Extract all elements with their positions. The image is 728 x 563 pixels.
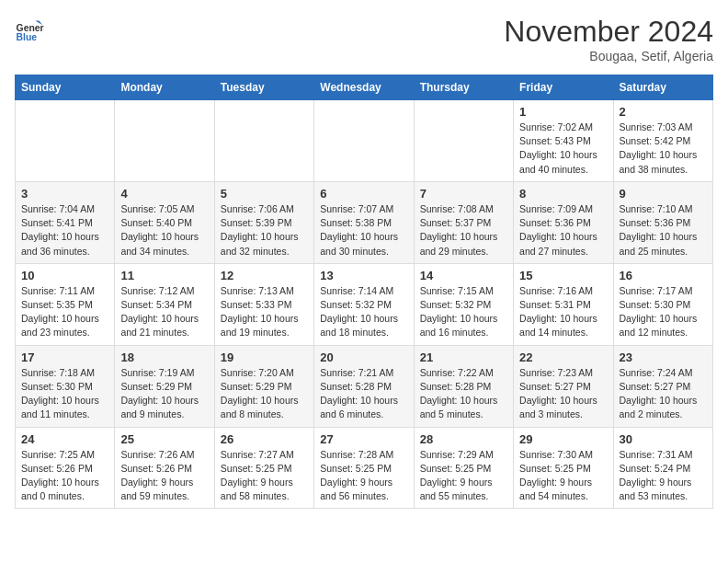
day-info: Sunrise: 7:07 AM Sunset: 5:38 PM Dayligh… (320, 202, 407, 259)
day-number: 7 (420, 187, 507, 201)
day-number: 23 (620, 350, 707, 364)
day-number: 17 (21, 350, 108, 364)
day-info: Sunrise: 7:18 AM Sunset: 5:30 PM Dayligh… (21, 366, 108, 422)
calendar-cell: 30Sunrise: 7:31 AM Sunset: 5:24 PM Dayli… (613, 427, 712, 509)
day-number: 3 (21, 187, 108, 201)
day-info: Sunrise: 7:13 AM Sunset: 5:33 PM Dayligh… (221, 284, 308, 340)
day-number: 20 (320, 350, 407, 364)
svg-text:General: General (17, 23, 44, 33)
day-info: Sunrise: 7:12 AM Sunset: 5:34 PM Dayligh… (120, 284, 208, 340)
day-number: 9 (620, 187, 707, 201)
day-info: Sunrise: 7:21 AM Sunset: 5:28 PM Dayligh… (320, 366, 407, 422)
calendar-cell: 21Sunrise: 7:22 AM Sunset: 5:28 PM Dayli… (414, 345, 513, 427)
calendar-cell: 5Sunrise: 7:06 AM Sunset: 5:39 PM Daylig… (214, 181, 313, 263)
weekday-header-tuesday: Tuesday (214, 75, 313, 100)
weekday-header-thursday: Thursday (414, 75, 513, 100)
calendar-cell: 28Sunrise: 7:29 AM Sunset: 5:25 PM Dayli… (414, 427, 513, 509)
day-info: Sunrise: 7:24 AM Sunset: 5:27 PM Dayligh… (620, 366, 707, 422)
day-number: 12 (221, 269, 308, 282)
day-number: 24 (21, 432, 108, 446)
weekday-header-monday: Monday (115, 75, 214, 100)
day-number: 13 (320, 269, 407, 282)
day-number: 28 (420, 432, 507, 446)
day-number: 30 (620, 432, 707, 446)
day-info: Sunrise: 7:23 AM Sunset: 5:27 PM Dayligh… (519, 366, 607, 422)
day-number: 14 (420, 269, 507, 282)
calendar-cell (314, 100, 414, 182)
weekday-header-friday: Friday (514, 75, 613, 100)
calendar-cell: 16Sunrise: 7:17 AM Sunset: 5:30 PM Dayli… (613, 263, 712, 345)
day-number: 18 (120, 350, 208, 364)
day-number: 16 (620, 269, 707, 282)
title-block: November 2024 Bougaa, Setif, Algeria (504, 15, 713, 63)
weekday-header-sunday: Sunday (16, 75, 115, 100)
logo-icon: General Blue (15, 15, 44, 44)
day-info: Sunrise: 7:03 AM Sunset: 5:42 PM Dayligh… (620, 121, 707, 177)
day-info: Sunrise: 7:05 AM Sunset: 5:40 PM Dayligh… (120, 202, 208, 259)
day-info: Sunrise: 7:02 AM Sunset: 5:43 PM Dayligh… (519, 121, 607, 177)
day-number: 21 (420, 350, 507, 364)
day-info: Sunrise: 7:26 AM Sunset: 5:26 PM Dayligh… (120, 448, 208, 504)
calendar-cell: 8Sunrise: 7:09 AM Sunset: 5:36 PM Daylig… (514, 181, 613, 263)
calendar-cell (214, 100, 313, 182)
day-number: 15 (519, 269, 607, 282)
week-row-2: 3Sunrise: 7:04 AM Sunset: 5:41 PM Daylig… (16, 181, 713, 263)
day-info: Sunrise: 7:06 AM Sunset: 5:39 PM Dayligh… (221, 202, 308, 259)
calendar-cell: 4Sunrise: 7:05 AM Sunset: 5:40 PM Daylig… (115, 181, 214, 263)
calendar-cell: 24Sunrise: 7:25 AM Sunset: 5:26 PM Dayli… (16, 427, 115, 509)
day-number: 19 (221, 350, 308, 364)
day-number: 5 (221, 187, 308, 201)
month-title: November 2024 (504, 15, 713, 49)
day-info: Sunrise: 7:16 AM Sunset: 5:31 PM Dayligh… (519, 284, 607, 340)
day-info: Sunrise: 7:08 AM Sunset: 5:37 PM Dayligh… (420, 202, 507, 259)
day-info: Sunrise: 7:19 AM Sunset: 5:29 PM Dayligh… (120, 366, 208, 422)
location: Bougaa, Setif, Algeria (504, 49, 713, 63)
calendar-cell: 3Sunrise: 7:04 AM Sunset: 5:41 PM Daylig… (16, 181, 115, 263)
week-row-3: 10Sunrise: 7:11 AM Sunset: 5:35 PM Dayli… (16, 263, 713, 345)
day-info: Sunrise: 7:10 AM Sunset: 5:36 PM Dayligh… (620, 202, 707, 259)
day-number: 4 (120, 187, 208, 201)
day-number: 1 (519, 105, 607, 119)
day-number: 29 (519, 432, 607, 446)
weekday-header-wednesday: Wednesday (314, 75, 414, 100)
calendar-table: SundayMondayTuesdayWednesdayThursdayFrid… (15, 75, 713, 509)
calendar-cell: 18Sunrise: 7:19 AM Sunset: 5:29 PM Dayli… (115, 345, 214, 427)
week-row-5: 24Sunrise: 7:25 AM Sunset: 5:26 PM Dayli… (16, 427, 713, 509)
page-header: General Blue November 2024 Bougaa, Setif… (15, 15, 713, 63)
weekday-header-saturday: Saturday (613, 75, 712, 100)
calendar-cell: 27Sunrise: 7:28 AM Sunset: 5:25 PM Dayli… (314, 427, 414, 509)
calendar-cell: 19Sunrise: 7:20 AM Sunset: 5:29 PM Dayli… (214, 345, 313, 427)
day-info: Sunrise: 7:11 AM Sunset: 5:35 PM Dayligh… (21, 284, 108, 340)
day-info: Sunrise: 7:09 AM Sunset: 5:36 PM Dayligh… (519, 202, 607, 259)
calendar-cell: 14Sunrise: 7:15 AM Sunset: 5:32 PM Dayli… (414, 263, 513, 345)
calendar-cell: 7Sunrise: 7:08 AM Sunset: 5:37 PM Daylig… (414, 181, 513, 263)
calendar-cell: 13Sunrise: 7:14 AM Sunset: 5:32 PM Dayli… (314, 263, 414, 345)
week-row-4: 17Sunrise: 7:18 AM Sunset: 5:30 PM Dayli… (16, 345, 713, 427)
svg-text:Blue: Blue (17, 32, 38, 42)
calendar-cell: 6Sunrise: 7:07 AM Sunset: 5:38 PM Daylig… (314, 181, 414, 263)
calendar-cell: 25Sunrise: 7:26 AM Sunset: 5:26 PM Dayli… (115, 427, 214, 509)
day-info: Sunrise: 7:15 AM Sunset: 5:32 PM Dayligh… (420, 284, 507, 340)
calendar-cell: 26Sunrise: 7:27 AM Sunset: 5:25 PM Dayli… (214, 427, 313, 509)
calendar-cell: 20Sunrise: 7:21 AM Sunset: 5:28 PM Dayli… (314, 345, 414, 427)
calendar-cell (414, 100, 513, 182)
calendar-cell: 22Sunrise: 7:23 AM Sunset: 5:27 PM Dayli… (514, 345, 613, 427)
day-number: 2 (620, 105, 707, 119)
day-info: Sunrise: 7:17 AM Sunset: 5:30 PM Dayligh… (620, 284, 707, 340)
day-info: Sunrise: 7:04 AM Sunset: 5:41 PM Dayligh… (21, 202, 108, 259)
calendar-cell: 17Sunrise: 7:18 AM Sunset: 5:30 PM Dayli… (16, 345, 115, 427)
calendar-cell: 1Sunrise: 7:02 AM Sunset: 5:43 PM Daylig… (514, 100, 613, 182)
day-number: 26 (221, 432, 308, 446)
logo: General Blue (15, 15, 44, 44)
calendar-cell: 29Sunrise: 7:30 AM Sunset: 5:25 PM Dayli… (514, 427, 613, 509)
day-number: 22 (519, 350, 607, 364)
day-number: 6 (320, 187, 407, 201)
weekday-header-row: SundayMondayTuesdayWednesdayThursdayFrid… (16, 75, 713, 100)
day-info: Sunrise: 7:30 AM Sunset: 5:25 PM Dayligh… (519, 448, 607, 504)
calendar-cell (115, 100, 214, 182)
day-info: Sunrise: 7:25 AM Sunset: 5:26 PM Dayligh… (21, 448, 108, 504)
calendar-cell: 15Sunrise: 7:16 AM Sunset: 5:31 PM Dayli… (514, 263, 613, 345)
week-row-1: 1Sunrise: 7:02 AM Sunset: 5:43 PM Daylig… (16, 100, 713, 182)
day-info: Sunrise: 7:22 AM Sunset: 5:28 PM Dayligh… (420, 366, 507, 422)
calendar-cell: 10Sunrise: 7:11 AM Sunset: 5:35 PM Dayli… (16, 263, 115, 345)
